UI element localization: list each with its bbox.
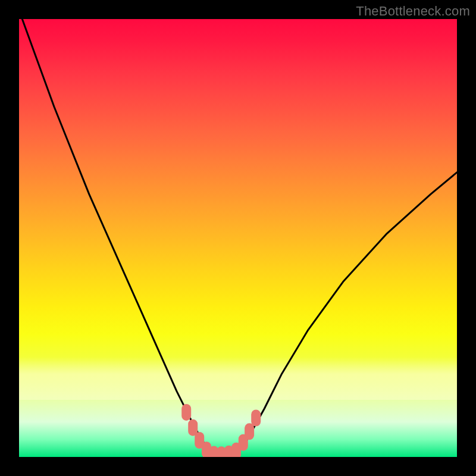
marker-capsule (251, 410, 261, 427)
marker-capsule (245, 423, 254, 440)
bottleneck-markers-group (181, 404, 261, 457)
marker-capsule (181, 404, 191, 421)
plot-area (19, 19, 457, 457)
chart-frame: TheBottleneck.com (0, 0, 476, 476)
watermark-text: TheBottleneck.com (356, 4, 470, 19)
bottleneck-curve-path (19, 19, 457, 455)
curve-layer (19, 19, 457, 457)
